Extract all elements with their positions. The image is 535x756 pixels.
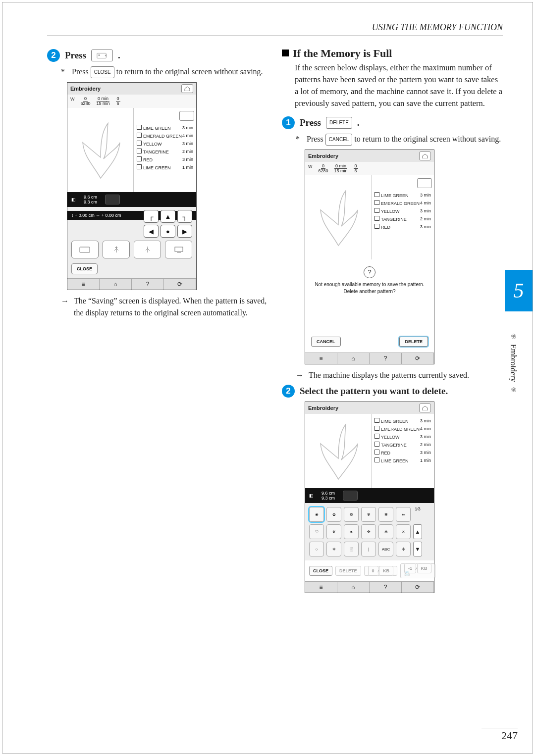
arrow-center-icon[interactable]: ● [160,225,175,238]
pattern-thumb[interactable]: ✽ [378,507,393,522]
close-button[interactable]: CLOSE [309,566,332,576]
note-cancel: * Press CANCEL to return to the original… [296,133,503,146]
size-bar: ◧ 9.6 cm9.3 cm [305,488,434,503]
page-number: 247 [482,728,518,742]
arrow-right-icon[interactable]: ▶ [177,225,192,238]
page-down-button[interactable]: ▼ [413,542,422,556]
subheading: If the Memory is Full [282,47,503,60]
arrow-ne-icon[interactable]: ┐ [177,210,192,223]
pattern-thumb[interactable]: ✕ [396,524,411,539]
pattern-thumb[interactable]: ✢ [396,542,411,556]
pattern-thumb[interactable]: ⇚ [396,507,411,522]
help-icon[interactable]: ? [132,279,164,290]
hoop-footer-icon[interactable]: ⌂ [100,279,132,290]
lock-icon[interactable]: ⟳ [402,353,434,364]
stats-bar: W 06280 0 min15 min 06 [67,95,196,108]
pattern-thumb[interactable]: ❘ [361,542,376,556]
pattern-thumb[interactable]: ❧ [344,524,359,539]
delete-button: DELETE [335,566,361,576]
screen-title: Embroidery [70,86,101,92]
step-2-left: 2 Press . [47,49,268,62]
chapter-tab: 5 ❀ Embroidery ❀ [505,270,533,414]
design-preview [67,108,134,192]
delete-button-inline: DELETE [326,117,352,129]
machine-screen-pattern-list: Embroidery LIME GREEN3 min EMERALD GREEN… [305,402,434,593]
pattern-thumb[interactable]: ✾ [361,507,376,522]
footer-bar: ≡ ⌂ ? ⟳ [305,581,434,593]
svg-rect-3 [175,247,183,252]
page-up-button[interactable]: ▲ [413,524,422,539]
pattern-thumb[interactable]: ✲ [326,542,341,556]
kb-free-label: 0⁄KB [364,566,398,576]
pattern-thumb[interactable]: ░ [344,542,359,556]
save-machine-button[interactable] [71,241,99,258]
lock-icon[interactable]: ⟳ [164,279,196,290]
machine-screen-memory-full: Embroidery W 06280 0 min15 min 06 [305,150,434,364]
right-column: If the Memory is Full If the screen belo… [282,47,503,597]
pattern-thumb[interactable]: ✿ [326,507,341,522]
save-usb-button[interactable] [103,241,130,258]
arrow-left-icon[interactable]: ◀ [144,225,159,238]
thread-color-list: LIME GREEN3 min EMERALD GREEN4 min YELLO… [372,175,434,259]
pattern-thumb[interactable]: ❀ [309,507,324,522]
save-pc-button[interactable] [165,241,192,258]
svg-rect-2 [80,247,90,252]
decoration-icon: ❀ [509,332,517,340]
size-bar: ◧ 9.6 cm9.3 cm [67,192,196,207]
pattern-thumb[interactable]: ✤ [361,524,376,539]
cancel-button[interactable]: CANCEL [311,337,341,347]
pattern-thumb[interactable]: ○ [309,542,324,556]
menu-icon[interactable]: ≡ [305,582,337,593]
memory-card-icon-button [91,50,113,61]
arrow-up-icon[interactable]: ▲ [160,210,175,223]
screen-title: Embroidery [308,405,338,411]
thread-color-list: LIME GREEN3 min EMERALD GREEN4 min YELLO… [134,108,196,192]
home-icon[interactable] [181,84,193,93]
close-button-inline: CLOSE [91,66,114,78]
pattern-thumb[interactable]: ABC [378,542,393,556]
step-badge-icon: 2 [47,49,60,62]
intro-paragraph: If the screen below displays, either the… [295,62,503,109]
menu-icon[interactable]: ≡ [67,279,100,290]
thread-icon[interactable] [179,111,194,121]
result-note-left: → The “Saving” screen is displayed. When… [61,295,268,318]
home-icon[interactable] [419,151,431,160]
action-row: CLOSE DELETE 0⁄KB -1⁄KB 📇 [305,560,434,581]
pattern-thumb[interactable]: ✼ [378,524,393,539]
help-icon[interactable]: ? [370,582,402,593]
menu-icon[interactable]: ≡ [305,353,337,364]
hoop-footer-icon[interactable]: ⌂ [337,582,370,593]
home-icon[interactable] [419,403,431,412]
footer-bar: ≡ ⌂ ? ⟳ [67,278,196,290]
step-2-right: 2 Select the pattern you want to delete. [282,385,503,398]
pattern-grid: ❀ ✿ ❁ ✾ ✽ ⇚ 1⁄3 ♡ ❦ ❧ ✤ ✼ ✕ ▲ ○ ✲ ░ [305,503,434,560]
thread-color-list: LIME GREEN3 min EMERALD GREEN4 min YELLO… [372,414,434,488]
result-note-right: → The machine displays the patterns curr… [296,369,503,381]
pattern-thumb[interactable]: ❁ [344,507,359,522]
arrow-nw-icon[interactable]: ┌ [144,210,159,223]
help-icon[interactable]: ? [370,353,402,364]
hoop-footer-icon[interactable]: ⌂ [337,353,370,364]
stats-bar: W 06280 0 min15 min 06 [305,162,434,175]
decoration-icon: ❀ [509,386,517,394]
chapter-number: 5 [505,270,533,311]
chapter-label: ❀ Embroidery ❀ [505,311,522,414]
hoop-icon[interactable] [343,491,358,501]
step-1-right: 1 Press DELETE . [282,116,503,129]
thread-icon[interactable] [417,178,432,188]
square-bullet-icon [282,50,289,56]
page-header: USING THE MEMORY FUNCTION [47,22,503,36]
save-usb2-button[interactable] [134,241,161,258]
pattern-thumb[interactable]: ❦ [326,524,341,539]
pattern-thumb[interactable]: ♡ [309,524,324,539]
delete-button[interactable]: DELETE [399,337,428,347]
svg-rect-1 [99,54,100,56]
design-preview [305,414,372,488]
controls-area: ┌ ▲ ┐ ◀ ● ▶ ↕ + 0.00 cm ↔ + 0.00 cm [67,207,196,278]
close-button[interactable]: CLOSE [71,263,98,274]
dialog-message: ? Not enough available memory to save th… [305,259,434,298]
lock-icon[interactable]: ⟳ [402,582,434,593]
step-badge-icon: 2 [282,385,295,398]
hoop-icon[interactable] [105,195,120,204]
note-close: * Press CLOSE to return to the original … [61,66,268,78]
